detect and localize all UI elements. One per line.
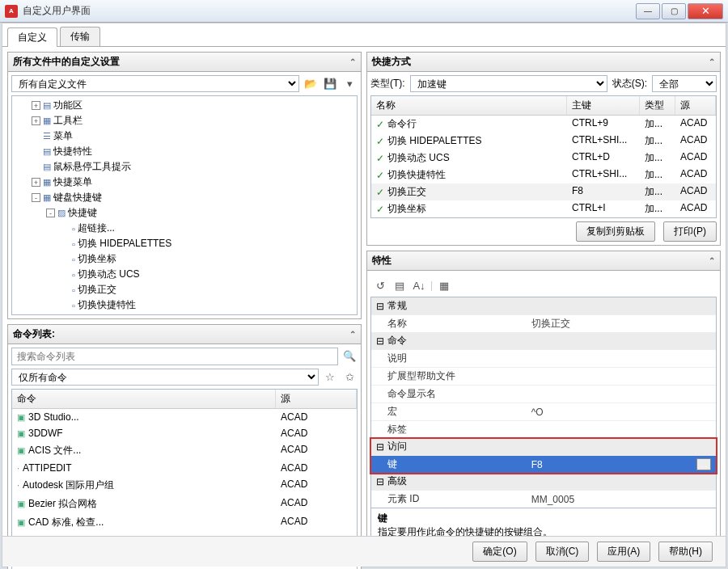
check-icon: ✓ (376, 119, 384, 130)
command-search-input[interactable] (11, 348, 338, 365)
node-icon: ▨ (57, 208, 66, 218)
tree-item[interactable]: +▤功能区 (12, 98, 355, 113)
save-icon[interactable]: 💾 (322, 76, 338, 92)
ellipsis-button[interactable]: ... (696, 458, 711, 470)
tree-item[interactable]: +▦快捷菜单 (12, 175, 355, 190)
print-button[interactable]: 打印(P) (663, 221, 717, 242)
shortcut-row[interactable]: ✓切换快捷特性CTRL+SHI...加...ACAD (371, 166, 716, 183)
tree-item[interactable]: +▦工具栏 (12, 113, 355, 129)
prop-row-key[interactable]: 键 F8... (371, 455, 716, 473)
chevron-down-icon[interactable]: ▾ (341, 76, 358, 92)
prop-cat-access[interactable]: ⊟访问 (371, 438, 716, 455)
check-icon: ✓ (376, 153, 384, 164)
tree-item[interactable]: ▫切换 HIDEPALETTES (12, 236, 355, 251)
shortcuts-grid[interactable]: 名称 主键 类型 源 ✓命令行CTRL+9加...ACAD✓切换 HIDEPAL… (370, 95, 717, 218)
command-row[interactable]: ·Autodesk 国际用户组ACAD (12, 476, 357, 495)
col-key[interactable]: 主键 (567, 96, 640, 115)
tab-strip: 自定义 传输 (2, 23, 726, 47)
ok-button[interactable]: 确定(O) (472, 542, 527, 562)
maximize-button[interactable]: ▢ (662, 3, 686, 19)
node-icon: ▤ (43, 146, 51, 157)
help-button[interactable]: 帮助(H) (658, 542, 713, 562)
category-icon[interactable]: ▤ (392, 277, 408, 293)
open-icon[interactable]: 📂 (303, 76, 319, 92)
node-icon: ▫ (72, 224, 75, 234)
tab-transfer[interactable]: 传输 (60, 27, 100, 46)
tree-item[interactable]: ☰菜单 (12, 129, 355, 144)
customization-panel-title: 所有文件中的自定义设置 (13, 55, 120, 69)
prop-sheet-icon[interactable]: ▦ (436, 277, 452, 293)
status-dropdown[interactable]: 全部 (652, 75, 717, 92)
files-dropdown[interactable]: 所有自定义文件 (11, 75, 299, 92)
collapse-icon[interactable]: ⌃ (349, 57, 356, 66)
dialog-content: 自定义 传输 所有文件中的自定义设置 ⌃ 所有自定义文件 📂 (2, 23, 726, 567)
shortcuts-panel: 快捷方式 ⌃ 类型(T): 加速键 状态(S): 全部 名称 主键 (366, 52, 721, 246)
node-icon: ▫ (72, 285, 75, 295)
shortcut-row[interactable]: ✓切换动态 UCSCTRL+D加...ACAD (371, 150, 716, 166)
minimize-button[interactable]: — (636, 3, 660, 19)
node-icon: ▦ (43, 192, 51, 203)
titlebar: A 自定义用户界面 — ▢ ✕ (0, 0, 728, 23)
favorite-icon[interactable]: ✩ (341, 369, 358, 386)
node-icon: ▤ (43, 100, 51, 111)
dialog-buttons: 确定(O) 取消(C) 应用(A) 帮助(H) (2, 536, 726, 567)
shortcut-row[interactable]: ✓切换正交F8加...ACAD (371, 183, 716, 200)
customization-panel: 所有文件中的自定义设置 ⌃ 所有自定义文件 📂 💾 ▾ +▤功能区+▦工具栏☰菜… (7, 52, 362, 319)
collapse-icon[interactable]: ⌃ (709, 57, 715, 66)
shortcuts-grid-header: 名称 主键 类型 源 (371, 96, 716, 116)
app-icon: A (5, 5, 18, 18)
tree-item[interactable]: ▫超链接... (12, 221, 355, 236)
node-icon: ▫ (72, 255, 75, 264)
command-row[interactable]: ▣Bezier 拟合网格ACAD (12, 495, 357, 513)
node-icon: ▫ (72, 270, 75, 280)
alpha-sort-icon[interactable]: A↓ (411, 277, 427, 293)
shortcut-row[interactable]: ✓切换 HIDEPALETTESCTRL+SHI...加...ACAD (371, 133, 716, 150)
right-column: 快捷方式 ⌃ 类型(T): 加速键 状态(S): 全部 名称 主键 (366, 52, 721, 535)
command-row[interactable]: ·ATTIPEDITACAD (12, 460, 357, 476)
tree-item[interactable]: -▨快捷键 (12, 205, 355, 221)
check-icon: ✓ (376, 187, 384, 198)
copy-to-clipboard-button[interactable]: 复制到剪贴板 (576, 221, 655, 242)
col-name[interactable]: 名称 (371, 96, 567, 115)
check-icon: ✓ (376, 170, 384, 181)
collapse-icon[interactable]: ⌃ (709, 256, 715, 265)
tree-item[interactable]: ▫切换坐标 (12, 251, 355, 267)
reset-icon[interactable]: ↺ (372, 277, 388, 293)
close-button[interactable]: ✕ (688, 3, 723, 19)
tab-customize[interactable]: 自定义 (7, 27, 57, 47)
tree-item[interactable]: -▦键盘快捷键 (12, 190, 355, 205)
col-source[interactable]: 源 (276, 390, 357, 408)
window-title: 自定义用户界面 (23, 4, 636, 18)
prop-cat-cmd[interactable]: ⊟命令 (371, 332, 716, 349)
command-row[interactable]: ▣3DDWFACAD (12, 425, 357, 441)
prop-cat-general[interactable]: ⊟常规 (371, 297, 716, 314)
star-icon[interactable]: ☆ (322, 369, 338, 386)
left-column: 所有文件中的自定义设置 ⌃ 所有自定义文件 📂 💾 ▾ +▤功能区+▦工具栏☰菜… (7, 52, 362, 535)
col-src[interactable]: 源 (675, 96, 716, 115)
properties-panel-title: 特性 (372, 254, 392, 268)
node-icon: ▫ (72, 239, 75, 249)
col-type[interactable]: 类型 (640, 96, 675, 115)
shortcuts-panel-head: 快捷方式 ⌃ (367, 53, 720, 72)
command-row[interactable]: ▣ACIS 文件...ACAD (12, 441, 357, 460)
col-command[interactable]: 命令 (12, 390, 276, 408)
tree-item[interactable]: ▫切换动态 UCS (12, 267, 355, 282)
customization-tree[interactable]: +▤功能区+▦工具栏☰菜单▤快捷特性▤鼠标悬停工具提示+▦快捷菜单-▦键盘快捷键… (11, 95, 358, 315)
apply-button[interactable]: 应用(A) (597, 542, 650, 562)
tree-item[interactable]: ▤快捷特性 (12, 144, 355, 159)
shortcut-row[interactable]: ✓切换坐标CTRL+I加...ACAD (371, 200, 716, 217)
prop-cat-adv[interactable]: ⊟高级 (371, 473, 716, 490)
command-filter-dropdown[interactable]: 仅所有命令 (11, 369, 319, 386)
command-row[interactable]: ▣3D Studio...ACAD (12, 409, 357, 425)
shortcut-row[interactable]: ✓命令行CTRL+9加...ACAD (371, 116, 716, 133)
type-dropdown[interactable]: 加速键 (410, 75, 607, 92)
cancel-button[interactable]: 取消(C) (535, 542, 590, 562)
collapse-icon[interactable]: ⌃ (349, 330, 356, 339)
properties-grid[interactable]: ⊟常规 名称切换正交 ⊟命令 说明 扩展型帮助文件 命令显示名 宏^O 标签 ⊟… (370, 297, 717, 508)
command-row[interactable]: ▣CAD 标准, 检查...ACAD (12, 513, 357, 532)
tree-item[interactable]: ▫切换正交 (12, 282, 355, 297)
tree-item[interactable]: ▫切换快捷特性 (12, 297, 355, 313)
tree-item[interactable]: ▤鼠标悬停工具提示 (12, 159, 355, 175)
status-label: 状态(S): (612, 77, 647, 91)
search-icon[interactable]: 🔍 (341, 348, 358, 364)
